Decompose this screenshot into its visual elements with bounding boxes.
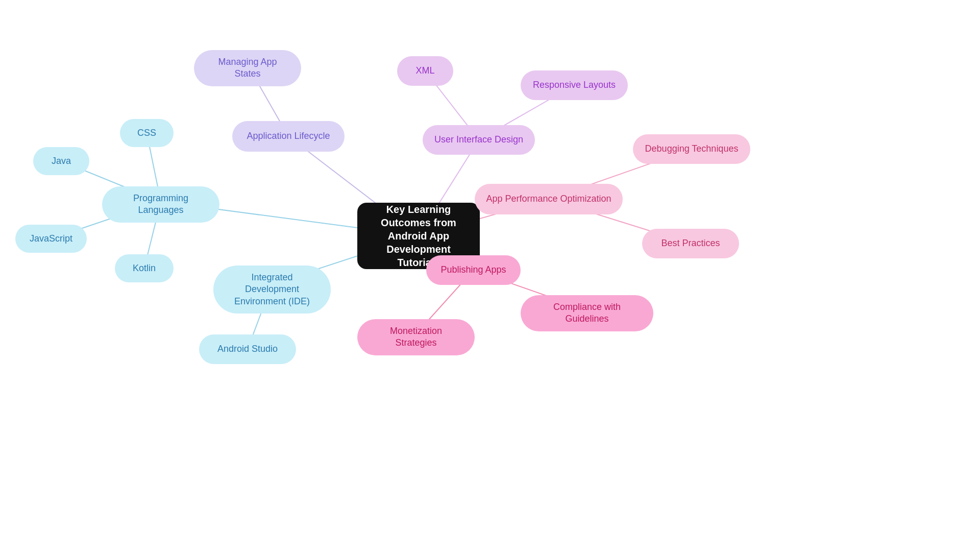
node-user-interface-design[interactable]: User Interface Design	[423, 125, 535, 155]
node-kotlin[interactable]: Kotlin	[115, 254, 174, 282]
node-publishing-apps[interactable]: Publishing Apps	[426, 255, 521, 285]
node-programming-languages[interactable]: Programming Languages	[102, 186, 219, 223]
node-app-performance-optimization[interactable]: App Performance Optimization	[475, 184, 623, 214]
node-xml[interactable]: XML	[397, 56, 453, 86]
node-compliance-with-guidelines[interactable]: Compliance with Guidelines	[521, 295, 653, 331]
node-managing-app-states[interactable]: Managing App States	[194, 50, 301, 86]
node-ide[interactable]: Integrated Development Environment (IDE)	[213, 266, 331, 314]
node-android-studio[interactable]: Android Studio	[199, 334, 296, 364]
node-monetization-strategies[interactable]: Monetization Strategies	[357, 319, 475, 355]
node-debugging-techniques[interactable]: Debugging Techniques	[633, 134, 750, 164]
node-responsive-layouts[interactable]: Responsive Layouts	[521, 70, 628, 100]
node-application-lifecycle[interactable]: Application Lifecycle	[232, 121, 345, 152]
node-css[interactable]: CSS	[120, 119, 174, 147]
node-javascript[interactable]: JavaScript	[15, 225, 87, 253]
node-best-practices[interactable]: Best Practices	[642, 229, 739, 258]
mindmap-container: Key Learning Outcomes from Android App D…	[0, 0, 980, 553]
node-java[interactable]: Java	[33, 147, 89, 175]
